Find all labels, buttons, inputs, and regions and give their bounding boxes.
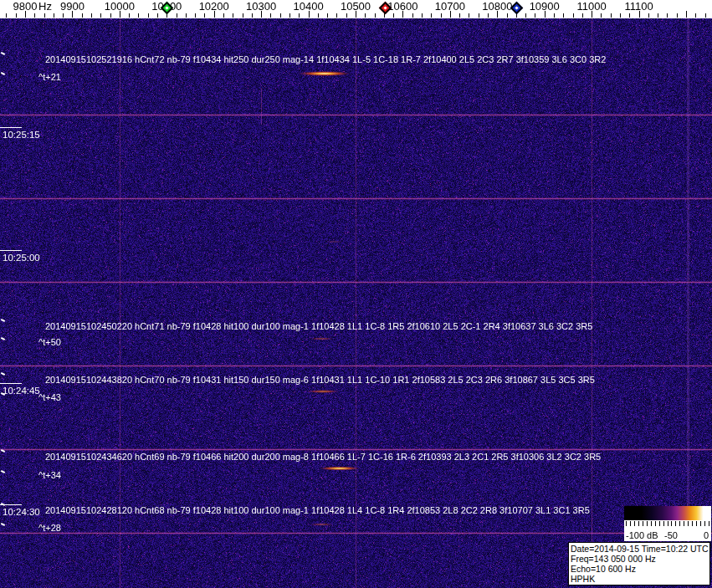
freq-axis-tick xyxy=(346,13,347,18)
colorbar-labels: -100 dB -50 0 xyxy=(624,530,711,541)
freq-axis-tick xyxy=(535,13,535,18)
freq-axis-tick xyxy=(214,11,215,18)
freq-axis-tick xyxy=(100,13,101,18)
freq-axis-tick xyxy=(507,13,508,18)
freq-axis-tick xyxy=(582,13,583,18)
freq-axis-tick xyxy=(658,13,658,18)
colorbar-tick xyxy=(634,521,635,526)
colorbar-tick xyxy=(668,521,668,526)
freq-axis-tick xyxy=(233,13,233,18)
colorbar-tick xyxy=(700,521,701,526)
colorbar-tick xyxy=(663,521,664,526)
info-station-id: HPHK xyxy=(571,574,708,584)
colorbar-gradient xyxy=(624,506,711,520)
freq-axis-tick xyxy=(469,13,469,18)
colorbar-tick xyxy=(643,521,643,526)
marker-center-dot xyxy=(383,6,387,9)
colorbar-tick xyxy=(647,521,648,526)
colorbar-tick xyxy=(638,521,639,526)
freq-axis-tick xyxy=(488,13,489,18)
status-info-box: Date=2014-09-15 Time=10:22 UTC Freq=143 … xyxy=(568,542,710,585)
freq-axis-tick xyxy=(138,13,139,18)
freq-axis-tick xyxy=(289,13,290,18)
colorbar-label-max: 0 xyxy=(704,530,709,540)
freq-axis-tick xyxy=(677,13,678,18)
freq-axis-tick xyxy=(336,13,337,18)
info-frequency: Freq=143 050 000 Hz xyxy=(571,554,708,564)
frequency-axis: 9800Hz9900100001010010200103001040010500… xyxy=(0,0,712,18)
colorbar-tick xyxy=(659,521,660,526)
freq-axis-tick xyxy=(148,13,149,18)
freq-axis-tick xyxy=(82,13,83,18)
marker-center-dot xyxy=(515,6,518,9)
freq-axis-tick xyxy=(157,13,158,18)
freq-axis-tick xyxy=(667,13,668,18)
colorbar-tick xyxy=(671,521,672,526)
freq-axis-tick xyxy=(72,11,73,18)
colorbar-ruler xyxy=(624,520,711,530)
freq-axis-tick xyxy=(6,13,7,18)
freq-axis-unit-label: Hz xyxy=(38,0,52,13)
freq-axis-tick xyxy=(441,13,442,18)
freq-axis-tick xyxy=(459,13,460,18)
freq-axis-tick xyxy=(563,13,564,18)
colorbar-tick xyxy=(696,521,697,526)
freq-axis-tick xyxy=(525,13,526,18)
freq-axis-tick xyxy=(479,13,479,18)
freq-axis-tick xyxy=(648,13,649,18)
freq-axis-tick xyxy=(705,13,706,18)
freq-axis-tick xyxy=(422,13,423,18)
freq-axis-tick xyxy=(375,13,376,18)
freq-axis-tick xyxy=(686,11,687,18)
colorbar-legend: -100 dB -50 0 xyxy=(624,506,711,541)
freq-axis-tick xyxy=(16,13,17,18)
freq-axis-tick xyxy=(309,11,310,18)
freq-axis-tick xyxy=(195,13,196,18)
freq-axis-tick xyxy=(412,13,413,18)
freq-axis-tick xyxy=(63,13,64,18)
freq-axis-tick xyxy=(223,13,224,18)
freq-axis-tick xyxy=(120,11,120,18)
freq-axis-tick xyxy=(573,13,574,18)
colorbar-tick xyxy=(709,521,709,526)
freq-axis-tick xyxy=(299,13,300,18)
colorbar-tick xyxy=(704,521,705,526)
freq-axis-tick xyxy=(204,13,205,18)
freq-axis-tick xyxy=(356,11,356,18)
colorbar-tick xyxy=(688,521,689,526)
freq-axis-tick xyxy=(402,11,403,18)
freq-axis-tick xyxy=(497,11,498,18)
freq-axis-tick xyxy=(252,13,253,18)
colorbar-tick xyxy=(626,521,627,526)
colorbar-tick xyxy=(630,521,631,526)
meteor-spectrogram-window: 9800Hz9900100001010010200103001040010500… xyxy=(0,0,712,588)
freq-axis-tick xyxy=(554,13,555,18)
info-echo-offset: Echo=10 600 Hz xyxy=(571,564,708,574)
freq-axis-tick xyxy=(318,13,319,18)
spectrogram-canvas[interactable] xyxy=(0,18,712,588)
colorbar-tick xyxy=(679,521,680,526)
freq-axis-tick xyxy=(186,13,187,18)
colorbar-label-mid: -50 xyxy=(664,530,678,540)
freq-axis-tick xyxy=(280,13,281,18)
freq-axis-tick xyxy=(545,11,546,18)
colorbar-tick xyxy=(684,521,684,526)
freq-axis-tick xyxy=(327,13,328,18)
colorbar-tick xyxy=(692,521,693,526)
freq-axis-tick xyxy=(365,13,366,18)
colorbar-label-min: -100 dB xyxy=(626,530,658,540)
colorbar-tick xyxy=(655,521,656,526)
freq-axis-tick xyxy=(695,13,696,18)
freq-axis-tick xyxy=(629,13,630,18)
freq-axis-tick xyxy=(243,13,243,18)
colorbar-tick xyxy=(675,521,676,526)
freq-axis-tick xyxy=(25,11,26,18)
freq-axis-tick xyxy=(639,11,640,18)
freq-axis-tick xyxy=(620,13,621,18)
freq-axis-tick xyxy=(611,13,612,18)
freq-axis-tick xyxy=(270,13,271,18)
freq-axis-tick xyxy=(450,11,451,18)
freq-axis-tick xyxy=(601,13,602,18)
freq-axis-tick xyxy=(54,13,54,18)
freq-axis-tick xyxy=(592,11,592,18)
